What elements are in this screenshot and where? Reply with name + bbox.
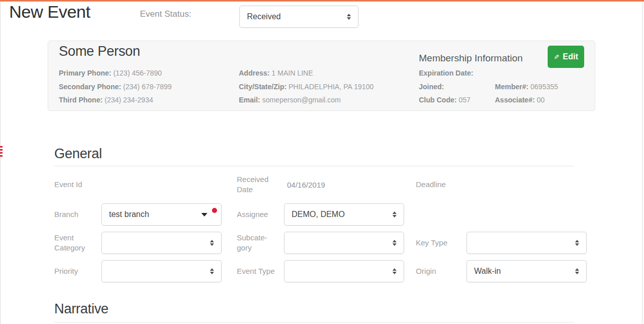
club-code-label: Club Code:: [419, 96, 457, 104]
origin-label: Origin: [416, 260, 467, 282]
origin-value: Walk-in: [474, 267, 501, 276]
event-status-label: Event Status:: [140, 9, 191, 19]
membership-list-2: Member#: 0695355 Associate#: 00: [495, 80, 558, 107]
event-type-label: Event Type: [237, 260, 284, 282]
select-arrows-icon: [392, 240, 397, 246]
narrative-section: Narrative: [54, 301, 575, 322]
received-date-label: Received Date: [237, 172, 284, 197]
priority-label: Priority: [54, 260, 101, 282]
top-accent-bar: [0, 0, 644, 2]
primary-phone-label: Primary Phone:: [59, 69, 111, 77]
primary-phone-row: Primary Phone: (123) 456-7890: [59, 66, 172, 80]
event-status-select[interactable]: Received: [239, 6, 359, 28]
event-id-label: Event Id: [54, 172, 101, 197]
phone-list: Primary Phone: (123) 456-7890 Secondary …: [59, 66, 172, 107]
select-arrows-icon: [392, 268, 397, 274]
general-form: Event Id Received Date 04/16/2019 Deadli…: [54, 172, 587, 282]
select-arrows-icon: [210, 240, 214, 246]
associate-number-row: Associate#: 00: [495, 93, 558, 107]
expiration-date-label: Expiration Date:: [419, 69, 473, 77]
select-arrows-icon: [575, 268, 579, 274]
member-number-row: Member#: 0695355: [495, 80, 558, 94]
email-label: Email:: [239, 96, 260, 104]
subcategory-select[interactable]: [284, 232, 404, 254]
scrollbar[interactable]: [642, 2, 644, 324]
club-code-row: Club Code: 057: [419, 93, 473, 107]
event-category-label: Event Category: [54, 232, 101, 254]
branch-value: test branch: [109, 210, 149, 219]
person-card: Some Person Primary Phone: (123) 456-789…: [48, 41, 595, 111]
event-type-select[interactable]: [284, 260, 404, 282]
origin-select[interactable]: Walk-in: [467, 260, 587, 282]
address-label: Address:: [239, 69, 270, 77]
select-arrows-icon: [347, 14, 351, 20]
event-status-value: Received: [247, 12, 281, 21]
address-row: Address: 1 MAIN LINE: [239, 66, 374, 80]
subcategory-label: Subcate- gory: [237, 232, 284, 254]
branch-label: Branch: [54, 203, 101, 226]
page-title: New Event: [9, 2, 90, 22]
priority-select[interactable]: [101, 260, 222, 282]
select-arrows-icon: [575, 240, 579, 246]
member-number-label: Member#:: [495, 83, 528, 91]
person-name: Some Person: [59, 44, 140, 59]
joined-row: Joined:: [419, 80, 473, 94]
membership-list: Expiration Date: Joined: Club Code: 057: [419, 66, 473, 107]
address-list: Address: 1 MAIN LINE City/State/Zip: PHI…: [239, 66, 374, 107]
pencil-icon: ✎: [554, 53, 559, 61]
secondary-phone-value: (234) 678-7899: [123, 83, 172, 91]
secondary-phone-row: Secondary Phone: (234) 678-7899: [59, 80, 172, 94]
third-phone-row: Third Phone: (234) 234-2934: [59, 93, 172, 107]
expiration-date-row: Expiration Date:: [419, 66, 473, 80]
joined-label: Joined:: [419, 83, 444, 91]
membership-heading: Membership Information: [419, 53, 523, 64]
assignee-label: Assignee: [237, 203, 284, 226]
edit-button[interactable]: ✎ Edit: [548, 46, 584, 68]
secondary-phone-label: Secondary Phone:: [59, 83, 121, 91]
third-phone-value: (234) 234-2934: [104, 96, 153, 104]
city-state-zip-label: City/State/Zip:: [239, 83, 287, 91]
email-value: someperson@gmail.com: [262, 96, 341, 104]
received-date-value: 04/16/2019: [284, 172, 404, 197]
select-arrows-icon: [210, 268, 214, 274]
email-row: Email: someperson@gmail.com: [239, 93, 374, 107]
caret-down-icon: [201, 213, 207, 217]
member-number-value: 0695355: [530, 83, 558, 91]
event-category-select[interactable]: [101, 232, 222, 254]
address-value: 1 MAIN LINE: [272, 69, 313, 77]
associate-number-value: 00: [536, 96, 545, 104]
assignee-select[interactable]: DEMO, DEMO: [284, 203, 404, 226]
club-code-value: 057: [459, 96, 471, 104]
edit-button-label: Edit: [563, 52, 578, 61]
city-state-zip-row: City/State/Zip: PHILADELPHIA, PA 19100: [239, 80, 374, 94]
select-arrows-icon: [392, 211, 397, 218]
left-edge-divider: [0, 2, 1, 324]
required-dot: [212, 208, 217, 213]
deadline-label: Deadline: [416, 172, 467, 197]
narrative-heading: Narrative: [54, 301, 575, 322]
primary-phone-value: (123) 456-7890: [113, 69, 162, 77]
third-phone-label: Third Phone:: [59, 96, 102, 104]
branch-select[interactable]: test branch: [101, 203, 222, 226]
left-edge-artifact: [0, 146, 3, 157]
assignee-value: DEMO, DEMO: [292, 210, 345, 219]
associate-number-label: Associate#:: [495, 96, 535, 104]
key-type-label: Key Type: [416, 232, 467, 254]
city-state-zip-value: PHILADELPHIA, PA 19100: [289, 83, 374, 91]
key-type-select[interactable]: [467, 232, 587, 254]
general-heading: General: [54, 146, 575, 166]
general-section: General Event Id Received Date 04/16/201…: [54, 146, 575, 282]
